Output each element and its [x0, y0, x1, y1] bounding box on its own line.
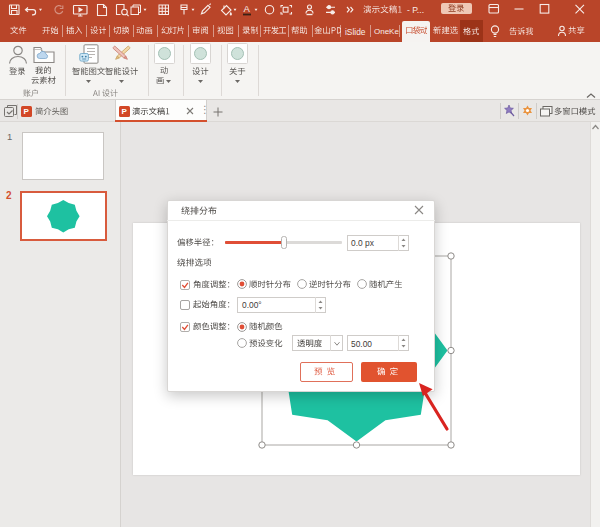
svg-text:A: A	[244, 3, 251, 14]
svg-text:P: P	[122, 107, 128, 116]
svg-text:P: P	[24, 107, 30, 116]
